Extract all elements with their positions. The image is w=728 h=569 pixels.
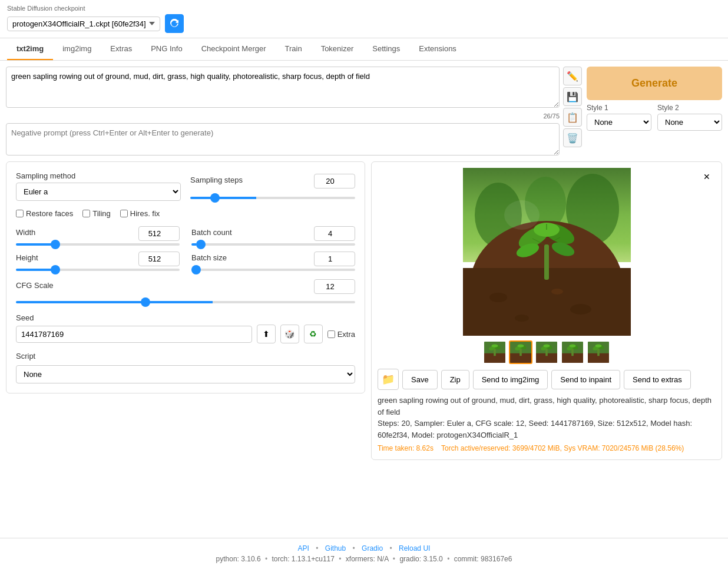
svg-rect-10 (544, 244, 549, 280)
tab-settings[interactable]: Settings (363, 38, 409, 60)
width-label: Width (16, 228, 35, 237)
save-button[interactable]: Save (402, 370, 438, 389)
header: Stable Diffusion checkpoint protogenX34O… (0, 0, 728, 38)
hires-fix-checkbox[interactable]: Hires. fix (120, 209, 160, 218)
edit-prompt-button[interactable]: ✏️ (563, 67, 582, 85)
tiling-checkbox[interactable]: Tiling (82, 209, 111, 218)
thumbnail-2[interactable] (535, 340, 558, 364)
clear-button[interactable]: 🗑️ (563, 128, 582, 147)
positive-prompt-input[interactable]: green sapling rowing out of ground, mud,… (6, 67, 560, 108)
batch-count-input[interactable] (314, 226, 355, 241)
svg-point-37 (544, 345, 550, 348)
two-col-layout: Sampling method Euler a Sampling steps 2… (6, 161, 722, 460)
save-style-button[interactable]: 💾 (563, 87, 582, 106)
tab-tokenizer[interactable]: Tokenizer (312, 38, 363, 60)
send-inpaint-button[interactable]: Send to inpaint (551, 370, 620, 389)
params-grid: Width Batch count (16, 226, 355, 271)
sampling-steps-slider[interactable] (190, 197, 355, 199)
batch-size-input[interactable] (314, 252, 355, 266)
cfg-scale-row: CFG Scale (16, 279, 355, 305)
height-input[interactable] (138, 252, 180, 266)
svg-point-6 (489, 293, 507, 302)
tab-txt2img[interactable]: txt2img (7, 38, 53, 60)
style2-label: Style 2 (657, 104, 722, 112)
reload-ui-link[interactable]: Reload UI (399, 544, 430, 553)
seed-section: Seed 1441787169 ⬆ 🎲 ♻ Extra (16, 313, 355, 343)
prompt-icon-buttons: ✏️ 💾 📋 🗑️ (563, 67, 582, 147)
negative-prompt-input[interactable] (6, 123, 560, 156)
sampling-steps-input[interactable]: 20 (314, 174, 355, 188)
batch-count-label: Batch count (191, 228, 232, 237)
send-extras-button[interactable]: Send to extras (624, 370, 691, 389)
main-image-container: ✕ (378, 168, 716, 336)
image-prompt-info: green sapling rowing out of ground, mud,… (378, 395, 716, 418)
svg-point-19 (504, 200, 540, 230)
refresh-checkpoint-button[interactable] (165, 14, 184, 33)
restore-faces-checkbox[interactable]: Restore faces (16, 209, 73, 218)
prompt-section: green sapling rowing out of ground, mud,… (6, 67, 582, 156)
tab-extensions[interactable]: Extensions (409, 38, 466, 60)
svg-point-7 (570, 304, 591, 315)
tab-train[interactable]: Train (276, 38, 312, 60)
svg-point-49 (595, 345, 602, 348)
svg-point-9 (551, 289, 563, 295)
image-time-info: Time taken: 8.62s Torch active/reserved:… (378, 443, 716, 454)
svg-point-25 (492, 345, 498, 348)
seed-input[interactable]: 1441787169 (16, 326, 252, 343)
generate-button[interactable]: Generate (587, 67, 722, 100)
thumbnail-4[interactable] (587, 340, 610, 364)
zip-button[interactable]: Zip (441, 370, 469, 389)
cfg-scale-input[interactable] (314, 279, 355, 294)
cfg-scale-slider[interactable] (16, 301, 355, 303)
seed-dice-button[interactable]: 🎲 (280, 325, 299, 343)
cfg-scale-label: CFG Scale (16, 281, 54, 290)
options-checkbox-row: Restore faces Tiling Hires. fix (16, 209, 355, 218)
send-img2img-button[interactable]: Send to img2img (473, 370, 548, 389)
paste-button[interactable]: 📋 (563, 108, 582, 127)
sampling-steps-group: Sampling steps 20 (190, 174, 355, 201)
tab-png-info[interactable]: PNG Info (141, 38, 191, 60)
sampling-method-label: Sampling method (16, 171, 181, 180)
batch-count-slider[interactable] (191, 243, 355, 246)
sampling-row: Sampling method Euler a Sampling steps 2… (16, 171, 355, 201)
close-image-button[interactable]: ✕ (700, 170, 713, 183)
sampling-method-select[interactable]: Euler a (16, 183, 181, 201)
checkpoint-select[interactable]: protogenX34OfficialR_1.ckpt [60fe2f34] (7, 16, 160, 31)
height-slider[interactable] (16, 269, 180, 271)
action-buttons-row: 📁 Save Zip Send to img2img Send to inpai… (378, 369, 716, 390)
script-section: Script None (16, 352, 355, 383)
image-col: ✕ (371, 161, 722, 460)
seed-label: Seed (16, 313, 355, 322)
generate-section: Generate Style 1 None Style 2 None (587, 67, 722, 156)
height-label: Height (16, 253, 38, 262)
open-folder-button[interactable]: 📁 (378, 369, 399, 390)
width-input[interactable] (138, 226, 180, 241)
style1-select[interactable]: None (587, 114, 651, 131)
width-slider[interactable] (16, 243, 180, 246)
thumbnail-1[interactable] (509, 340, 532, 364)
top-section: green sapling rowing out of ground, mud,… (6, 67, 722, 156)
tab-extras[interactable]: Extras (101, 38, 141, 60)
style1-label: Style 1 (587, 104, 651, 112)
gradio-link[interactable]: Gradio (362, 544, 383, 553)
seed-recycle-button[interactable]: ♻ (304, 325, 323, 343)
tab-checkpoint-merger[interactable]: Checkpoint Merger (192, 38, 276, 60)
generated-image (463, 168, 631, 336)
extra-seed-checkbox[interactable]: Extra (327, 330, 355, 339)
thumbnail-0[interactable] (483, 340, 507, 364)
image-details-info: Steps: 20, Sampler: Euler a, CFG scale: … (378, 418, 716, 441)
svg-point-31 (518, 345, 524, 348)
tab-img2img[interactable]: img2img (53, 38, 101, 60)
github-link[interactable]: Github (325, 544, 346, 553)
sampling-method-group: Sampling method Euler a (16, 171, 181, 201)
token-count: 26/75 (6, 113, 560, 120)
seed-up-button[interactable]: ⬆ (257, 325, 276, 343)
api-link[interactable]: API (298, 544, 309, 553)
footer: API • Github • Gradio • Reload UI python… (0, 538, 728, 569)
script-select[interactable]: None (16, 365, 355, 383)
style2-select[interactable]: None (657, 114, 722, 131)
thumbnail-3[interactable] (561, 340, 584, 364)
batch-size-slider[interactable] (191, 269, 355, 271)
footer-versions: python: 3.10.6 • torch: 1.13.1+cu117 • x… (6, 555, 722, 563)
seed-row: 1441787169 ⬆ 🎲 ♻ Extra (16, 325, 355, 343)
